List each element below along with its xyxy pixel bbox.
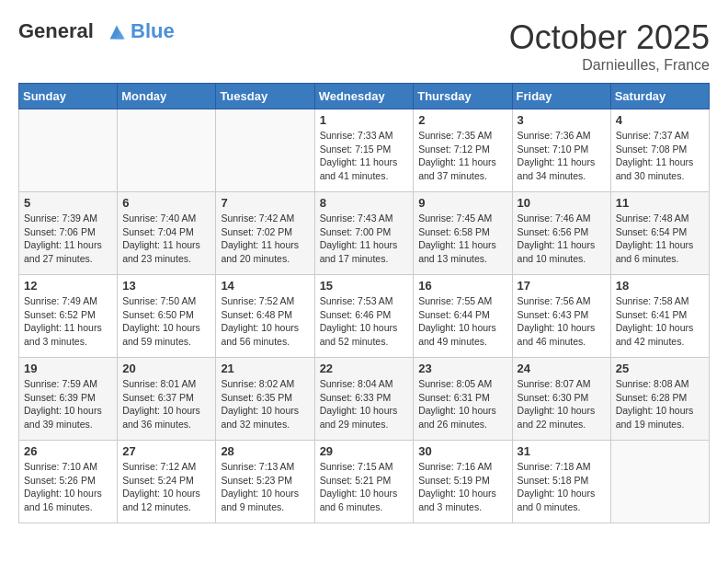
month-title: October 2025	[509, 18, 710, 57]
logo-general: General	[18, 19, 94, 42]
day-info: Sunrise: 7:53 AMSunset: 6:46 PMDaylight:…	[320, 294, 409, 349]
day-number: 25	[616, 362, 704, 375]
day-info: Sunrise: 7:58 AMSunset: 6:41 PMDaylight:…	[616, 294, 704, 349]
calendar-week-2: 5Sunrise: 7:39 AMSunset: 7:06 PMDaylight…	[19, 192, 710, 275]
calendar-cell: 15Sunrise: 7:53 AMSunset: 6:46 PMDayligh…	[314, 275, 414, 358]
day-info: Sunrise: 8:01 AMSunset: 6:37 PMDaylight:…	[122, 377, 210, 431]
page-header: General Blue October 2025 Darnieulles, F…	[18, 18, 710, 74]
calendar-cell: 6Sunrise: 7:40 AMSunset: 7:04 PMDaylight…	[118, 192, 216, 275]
day-number: 27	[122, 444, 210, 458]
day-number: 23	[418, 362, 506, 375]
day-info: Sunrise: 7:12 AMSunset: 5:24 PMDaylight:…	[122, 460, 210, 514]
logo-icon	[103, 18, 131, 46]
calendar-cell: 1Sunrise: 7:33 AMSunset: 7:15 PMDaylight…	[314, 109, 414, 192]
day-info: Sunrise: 7:13 AMSunset: 5:23 PMDaylight:…	[221, 460, 309, 514]
day-number: 4	[616, 113, 704, 127]
weekday-header-thursday: Thursday	[414, 84, 512, 109]
calendar-cell: 12Sunrise: 7:49 AMSunset: 6:52 PMDayligh…	[19, 275, 118, 358]
calendar-cell: 18Sunrise: 7:58 AMSunset: 6:41 PMDayligh…	[610, 275, 709, 358]
day-info: Sunrise: 8:07 AMSunset: 6:30 PMDaylight:…	[518, 377, 606, 431]
day-info: Sunrise: 7:40 AMSunset: 7:04 PMDaylight:…	[122, 212, 210, 266]
logo-blue: Blue	[131, 20, 175, 42]
calendar-week-5: 26Sunrise: 7:10 AMSunset: 5:26 PMDayligh…	[19, 441, 710, 523]
location: Darnieulles, France	[509, 57, 710, 74]
calendar-cell: 14Sunrise: 7:52 AMSunset: 6:48 PMDayligh…	[216, 275, 314, 358]
calendar-cell: 23Sunrise: 8:05 AMSunset: 6:31 PMDayligh…	[414, 358, 512, 441]
day-info: Sunrise: 8:08 AMSunset: 6:28 PMDaylight:…	[616, 377, 704, 431]
day-info: Sunrise: 7:49 AMSunset: 6:52 PMDaylight:…	[24, 294, 112, 349]
day-number: 26	[24, 444, 112, 458]
day-number: 31	[518, 444, 606, 458]
day-number: 19	[24, 362, 112, 375]
day-number: 2	[418, 113, 506, 127]
day-number: 20	[122, 362, 210, 375]
day-info: Sunrise: 7:39 AMSunset: 7:06 PMDaylight:…	[24, 212, 112, 266]
day-number: 16	[418, 279, 506, 293]
weekday-header-monday: Monday	[118, 84, 216, 109]
calendar-body: 1Sunrise: 7:33 AMSunset: 7:15 PMDaylight…	[19, 109, 710, 523]
day-number: 28	[221, 444, 309, 458]
calendar-cell	[216, 109, 314, 192]
day-number: 12	[24, 279, 112, 293]
day-number: 8	[320, 196, 409, 210]
calendar-cell: 13Sunrise: 7:50 AMSunset: 6:50 PMDayligh…	[118, 275, 216, 358]
calendar-cell: 24Sunrise: 8:07 AMSunset: 6:30 PMDayligh…	[512, 358, 610, 441]
calendar-week-4: 19Sunrise: 7:59 AMSunset: 6:39 PMDayligh…	[19, 358, 710, 441]
day-number: 24	[518, 362, 606, 375]
calendar-cell: 5Sunrise: 7:39 AMSunset: 7:06 PMDaylight…	[19, 192, 118, 275]
day-info: Sunrise: 7:10 AMSunset: 5:26 PMDaylight:…	[24, 460, 112, 514]
weekday-header-row: SundayMondayTuesdayWednesdayThursdayFrid…	[19, 84, 710, 109]
calendar-table: SundayMondayTuesdayWednesdayThursdayFrid…	[18, 83, 710, 523]
calendar-cell: 2Sunrise: 7:35 AMSunset: 7:12 PMDaylight…	[414, 109, 512, 192]
day-number: 5	[24, 196, 112, 210]
calendar-cell: 8Sunrise: 7:43 AMSunset: 7:00 PMDaylight…	[314, 192, 414, 275]
weekday-header-friday: Friday	[512, 84, 610, 109]
calendar-cell	[19, 109, 118, 192]
day-info: Sunrise: 7:46 AMSunset: 6:56 PMDaylight:…	[518, 212, 606, 266]
day-info: Sunrise: 8:04 AMSunset: 6:33 PMDaylight:…	[320, 377, 409, 431]
calendar-cell: 31Sunrise: 7:18 AMSunset: 5:18 PMDayligh…	[512, 441, 610, 523]
day-info: Sunrise: 7:59 AMSunset: 6:39 PMDaylight:…	[24, 377, 112, 431]
day-number: 21	[221, 362, 309, 375]
calendar-cell: 11Sunrise: 7:48 AMSunset: 6:54 PMDayligh…	[610, 192, 709, 275]
day-info: Sunrise: 7:16 AMSunset: 5:19 PMDaylight:…	[418, 460, 506, 514]
day-number: 30	[418, 444, 506, 458]
day-info: Sunrise: 7:45 AMSunset: 6:58 PMDaylight:…	[418, 212, 506, 266]
day-info: Sunrise: 7:36 AMSunset: 7:10 PMDaylight:…	[518, 129, 606, 183]
calendar-cell: 28Sunrise: 7:13 AMSunset: 5:23 PMDayligh…	[216, 441, 314, 523]
day-number: 9	[418, 196, 506, 210]
day-info: Sunrise: 7:43 AMSunset: 7:00 PMDaylight:…	[320, 212, 409, 266]
day-info: Sunrise: 7:52 AMSunset: 6:48 PMDaylight:…	[221, 294, 309, 349]
calendar-cell: 20Sunrise: 8:01 AMSunset: 6:37 PMDayligh…	[118, 358, 216, 441]
calendar-cell: 19Sunrise: 7:59 AMSunset: 6:39 PMDayligh…	[19, 358, 118, 441]
day-info: Sunrise: 7:48 AMSunset: 6:54 PMDaylight:…	[616, 212, 704, 266]
day-info: Sunrise: 7:50 AMSunset: 6:50 PMDaylight:…	[122, 294, 210, 349]
calendar-cell: 27Sunrise: 7:12 AMSunset: 5:24 PMDayligh…	[118, 441, 216, 523]
calendar-cell: 30Sunrise: 7:16 AMSunset: 5:19 PMDayligh…	[414, 441, 512, 523]
day-number: 7	[221, 196, 309, 210]
weekday-header-saturday: Saturday	[610, 84, 709, 109]
calendar-cell: 25Sunrise: 8:08 AMSunset: 6:28 PMDayligh…	[610, 358, 709, 441]
calendar-cell: 10Sunrise: 7:46 AMSunset: 6:56 PMDayligh…	[512, 192, 610, 275]
day-info: Sunrise: 8:02 AMSunset: 6:35 PMDaylight:…	[221, 377, 309, 431]
logo: General Blue	[18, 18, 175, 46]
day-info: Sunrise: 7:55 AMSunset: 6:44 PMDaylight:…	[418, 294, 506, 349]
day-number: 11	[616, 196, 704, 210]
day-number: 22	[320, 362, 409, 375]
calendar-cell	[118, 109, 216, 192]
calendar-cell	[610, 441, 709, 523]
calendar-cell: 7Sunrise: 7:42 AMSunset: 7:02 PMDaylight…	[216, 192, 314, 275]
calendar-cell: 16Sunrise: 7:55 AMSunset: 6:44 PMDayligh…	[414, 275, 512, 358]
day-number: 6	[122, 196, 210, 210]
calendar-cell: 17Sunrise: 7:56 AMSunset: 6:43 PMDayligh…	[512, 275, 610, 358]
calendar-cell: 9Sunrise: 7:45 AMSunset: 6:58 PMDaylight…	[414, 192, 512, 275]
day-number: 15	[320, 279, 409, 293]
day-info: Sunrise: 7:33 AMSunset: 7:15 PMDaylight:…	[320, 129, 409, 183]
calendar-cell: 29Sunrise: 7:15 AMSunset: 5:21 PMDayligh…	[314, 441, 414, 523]
weekday-header-tuesday: Tuesday	[216, 84, 314, 109]
calendar-cell: 26Sunrise: 7:10 AMSunset: 5:26 PMDayligh…	[19, 441, 118, 523]
calendar-cell: 3Sunrise: 7:36 AMSunset: 7:10 PMDaylight…	[512, 109, 610, 192]
weekday-header-wednesday: Wednesday	[314, 84, 414, 109]
day-number: 10	[518, 196, 606, 210]
calendar-cell: 22Sunrise: 8:04 AMSunset: 6:33 PMDayligh…	[314, 358, 414, 441]
